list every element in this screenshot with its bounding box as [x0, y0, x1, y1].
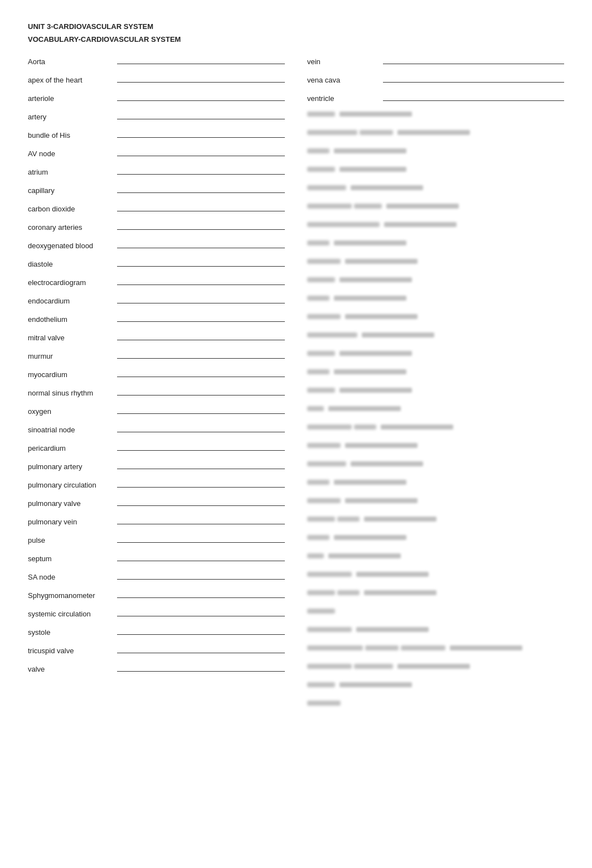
answer-line[interactable] [117, 671, 285, 672]
right-column: veinvena cavaventricle [307, 51, 564, 714]
list-item: endothelium [28, 309, 285, 324]
answer-line[interactable] [383, 82, 564, 83]
answer-line[interactable] [117, 137, 285, 138]
list-item: vein [307, 51, 564, 66]
list-item [307, 199, 564, 213]
list-item [307, 548, 564, 563]
answer-line[interactable] [117, 303, 285, 303]
vocab-term: vena cava [307, 76, 380, 84]
answer-line[interactable] [117, 487, 285, 488]
answer-line[interactable] [117, 321, 285, 322]
list-item [307, 438, 564, 452]
answer-line[interactable] [117, 248, 285, 248]
list-item [307, 585, 564, 600]
answer-line[interactable] [117, 616, 285, 616]
vocab-term: Aorta [28, 57, 117, 66]
vocab-term: vein [307, 57, 380, 66]
answer-line[interactable] [117, 100, 285, 101]
list-item: myocardium [28, 364, 285, 379]
vocab-title: VOCABULARY-CARDIOVASCULAR SYSTEM [28, 35, 564, 44]
vocab-term: tricuspid valve [28, 647, 117, 655]
list-item [307, 254, 564, 268]
list-item: valve [28, 659, 285, 673]
list-item [307, 530, 564, 544]
list-item [307, 143, 564, 158]
answer-line[interactable] [117, 597, 285, 598]
answer-line[interactable] [383, 100, 564, 101]
answer-line[interactable] [117, 156, 285, 156]
vocab-term: oxygen [28, 407, 117, 416]
vocab-term: mitral valve [28, 334, 117, 342]
list-item: Aorta [28, 51, 285, 66]
vocab-term: deoxygenated blood [28, 242, 117, 250]
list-item: arteriole [28, 88, 285, 103]
list-item: pulmonary valve [28, 493, 285, 508]
list-item [307, 567, 564, 581]
answer-line[interactable] [117, 413, 285, 414]
answer-line[interactable] [383, 64, 564, 64]
list-item: systole [28, 622, 285, 636]
answer-line[interactable] [117, 229, 285, 230]
list-item [307, 475, 564, 489]
answer-line[interactable] [117, 377, 285, 377]
answer-line[interactable] [117, 432, 285, 432]
unit-title: UNIT 3-CARDIOVASCULAR SYSTEM [28, 22, 564, 31]
list-item: capillary [28, 180, 285, 195]
answer-line[interactable] [117, 524, 285, 524]
answer-line[interactable] [117, 119, 285, 119]
answer-line[interactable] [117, 358, 285, 359]
list-item [307, 346, 564, 360]
vocab-term: AV node [28, 150, 117, 158]
answer-line[interactable] [117, 653, 285, 653]
answer-line[interactable] [117, 64, 285, 64]
columns-wrapper: Aortaapex of the heartarteriolearterybun… [28, 51, 564, 714]
vocab-term: bundle of His [28, 131, 117, 139]
answer-line[interactable] [117, 634, 285, 635]
vocab-term: murmur [28, 352, 117, 360]
vocab-term: pulmonary circulation [28, 481, 117, 489]
answer-line[interactable] [117, 340, 285, 340]
vocab-term: myocardium [28, 370, 117, 379]
answer-line[interactable] [117, 542, 285, 543]
list-item [307, 493, 564, 508]
list-item: pericardium [28, 438, 285, 452]
left-column: Aortaapex of the heartarteriolearterybun… [28, 51, 285, 714]
vocab-term: arteriole [28, 94, 117, 103]
list-item: AV node [28, 143, 285, 158]
answer-line[interactable] [117, 82, 285, 83]
answer-line[interactable] [117, 266, 285, 267]
answer-line[interactable] [117, 579, 285, 580]
answer-line[interactable] [117, 469, 285, 469]
list-item: endocardium [28, 291, 285, 305]
list-item: bundle of His [28, 125, 285, 139]
answer-line[interactable] [117, 174, 285, 175]
list-item [307, 677, 564, 692]
list-item: carbon dioxide [28, 199, 285, 213]
list-item: artery [28, 107, 285, 121]
list-item: oxygen [28, 401, 285, 416]
vocab-term: systemic circulation [28, 610, 117, 618]
vocab-term: pericardium [28, 444, 117, 452]
list-item: electrocardiogram [28, 272, 285, 287]
answer-line[interactable] [117, 192, 285, 193]
answer-line[interactable] [117, 284, 285, 285]
list-item [307, 162, 564, 176]
list-item: systemic circulation [28, 604, 285, 618]
vocab-term: pulmonary valve [28, 499, 117, 508]
answer-line[interactable] [117, 505, 285, 506]
answer-line[interactable] [117, 561, 285, 561]
vocab-term: carbon dioxide [28, 205, 117, 213]
list-item [307, 291, 564, 305]
answer-line[interactable] [117, 450, 285, 451]
list-item: pulmonary vein [28, 512, 285, 526]
list-item [307, 180, 564, 195]
list-item [307, 383, 564, 397]
list-item [307, 696, 564, 710]
list-item: mitral valve [28, 327, 285, 342]
list-item: Sphygmomanometer [28, 585, 285, 600]
vocab-term: SA node [28, 573, 117, 581]
answer-line[interactable] [117, 211, 285, 211]
list-item [307, 364, 564, 379]
answer-line[interactable] [117, 395, 285, 396]
list-item [307, 622, 564, 636]
